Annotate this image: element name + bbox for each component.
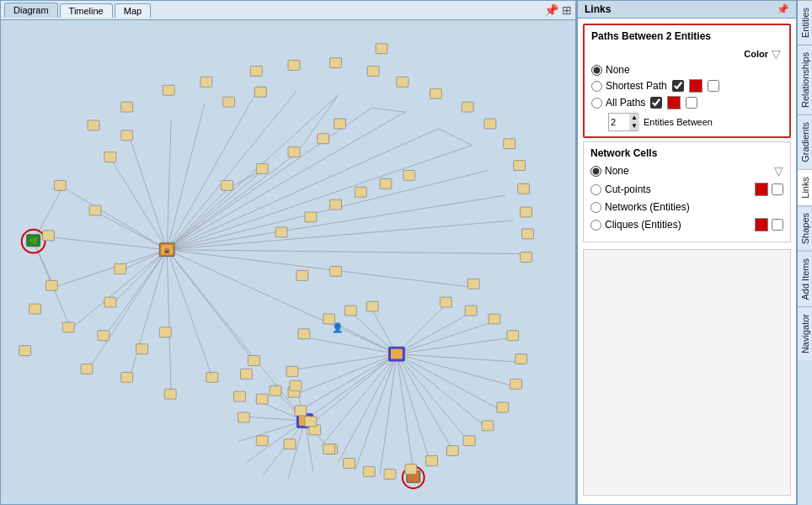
svg-rect-107 [522, 229, 534, 239]
cliques-checkbox[interactable] [772, 219, 783, 231]
net-filter-icon: ▽ [774, 164, 783, 178]
svg-rect-118 [104, 152, 116, 162]
svg-rect-139 [510, 379, 522, 389]
color-col-label: Color [744, 49, 768, 59]
spin-up[interactable]: ▲ [629, 114, 639, 122]
sidebar-item-shapes[interactable]: Shapes [798, 205, 812, 251]
spin-down[interactable]: ▼ [629, 122, 639, 130]
net-none-label[interactable]: None [590, 165, 629, 177]
net-none-radio[interactable] [590, 166, 601, 177]
svg-rect-156 [345, 306, 356, 316]
svg-rect-95 [121, 102, 133, 112]
shortest-checkbox[interactable] [672, 80, 684, 92]
allpaths-label[interactable]: All Paths [591, 97, 645, 109]
svg-rect-82 [391, 349, 403, 359]
svg-rect-127 [115, 263, 126, 274]
svg-rect-145 [405, 464, 417, 474]
allpaths-text: All Paths [606, 97, 645, 109]
svg-rect-104 [514, 161, 526, 171]
entities-spinner[interactable]: 2 ▲ ▼ [608, 113, 638, 131]
sidebar-item-entities[interactable]: Entities [798, 0, 812, 45]
entities-value[interactable]: 2 [609, 116, 629, 128]
svg-rect-101 [462, 102, 473, 112]
svg-text:🌿: 🌿 [29, 237, 38, 245]
svg-rect-133 [248, 356, 259, 366]
svg-rect-97 [330, 58, 342, 68]
allpaths-radio[interactable] [591, 98, 602, 109]
networks-radio[interactable] [590, 202, 601, 213]
cut-points-label[interactable]: Cut-points [590, 183, 651, 195]
network-section: Network Cells None ▽ Cut-points [583, 141, 791, 242]
sidebar-item-additems[interactable]: Add Items [798, 251, 812, 307]
svg-rect-125 [318, 134, 329, 144]
net-none-text: None [605, 165, 629, 177]
svg-rect-173 [403, 170, 415, 180]
svg-rect-103 [504, 139, 516, 149]
shortest-checkbox2[interactable] [708, 80, 719, 92]
svg-rect-162 [238, 412, 250, 423]
cliques-text: Cliques (Entities) [605, 219, 681, 231]
scroll-area[interactable] [583, 249, 791, 496]
sidebar-item-gradients[interactable]: Gradients [798, 114, 812, 169]
none-text: None [606, 64, 630, 76]
sidebar-item-relationships[interactable]: Relationships [798, 45, 812, 114]
none-label[interactable]: None [591, 64, 630, 76]
svg-rect-126 [334, 119, 346, 129]
svg-rect-134 [440, 297, 451, 307]
svg-rect-120 [254, 87, 266, 97]
svg-rect-165 [256, 394, 268, 404]
net-none-row: None ▽ [590, 164, 783, 178]
cut-points-radio[interactable] [590, 184, 601, 195]
cliques-color[interactable] [755, 218, 768, 231]
cut-points-checkbox[interactable] [772, 183, 783, 195]
svg-rect-144 [426, 456, 438, 466]
svg-rect-157 [366, 301, 378, 311]
svg-rect-142 [463, 436, 475, 446]
tab-diagram[interactable]: Diagram [4, 3, 58, 18]
shortest-label[interactable]: Shortest Path [591, 80, 667, 92]
svg-rect-121 [223, 97, 235, 107]
svg-rect-176 [136, 344, 148, 354]
spin-buttons: ▲ ▼ [629, 114, 639, 130]
allpaths-option-row: All Paths [591, 96, 783, 109]
pin-icon: 📌 [777, 3, 789, 15]
allpaths-checkbox2[interactable] [686, 97, 697, 109]
svg-rect-99 [397, 77, 409, 87]
tab-map[interactable]: Map [115, 3, 151, 18]
sidebar-item-links[interactable]: Links [798, 169, 812, 205]
shortest-radio[interactable] [591, 81, 602, 92]
allpaths-color-box[interactable] [667, 96, 681, 109]
svg-rect-131 [164, 389, 176, 399]
expand-button[interactable]: ⊞ [562, 3, 572, 17]
sidebar-item-navigator[interactable]: Navigator [798, 306, 812, 360]
svg-rect-113 [62, 322, 74, 332]
shortest-color-box[interactable] [689, 79, 702, 93]
svg-rect-151 [295, 406, 307, 416]
tabs-bar: Diagram Timeline Map 📌 ⊞ [1, 1, 575, 20]
pin-button[interactable]: 📌 [544, 3, 558, 17]
svg-rect-129 [98, 331, 110, 341]
filter-icon: ▽ [772, 47, 781, 61]
allpaths-checkbox[interactable] [650, 97, 662, 109]
svg-rect-122 [222, 180, 233, 190]
svg-rect-109 [467, 279, 479, 289]
svg-rect-160 [284, 439, 296, 449]
svg-rect-169 [305, 212, 317, 222]
diagram-area: 🏛 🌿 [1, 20, 575, 504]
none-radio[interactable] [591, 65, 602, 76]
svg-rect-94 [163, 85, 174, 95]
cliques-label[interactable]: Cliques (Entities) [590, 219, 681, 231]
svg-rect-116 [19, 346, 31, 356]
svg-rect-114 [81, 364, 93, 374]
networks-label[interactable]: Networks (Entities) [590, 201, 690, 213]
svg-rect-141 [482, 421, 494, 431]
entities-label: Entities Between [644, 117, 713, 127]
tab-timeline[interactable]: Timeline [60, 3, 113, 18]
cut-points-color[interactable] [755, 183, 768, 196]
svg-rect-171 [355, 187, 366, 197]
cut-points-text: Cut-points [605, 183, 651, 195]
entities-between-row: 2 ▲ ▼ Entities Between [591, 113, 783, 131]
svg-rect-175 [330, 266, 342, 276]
svg-rect-146 [384, 469, 396, 479]
cliques-radio[interactable] [590, 220, 601, 231]
